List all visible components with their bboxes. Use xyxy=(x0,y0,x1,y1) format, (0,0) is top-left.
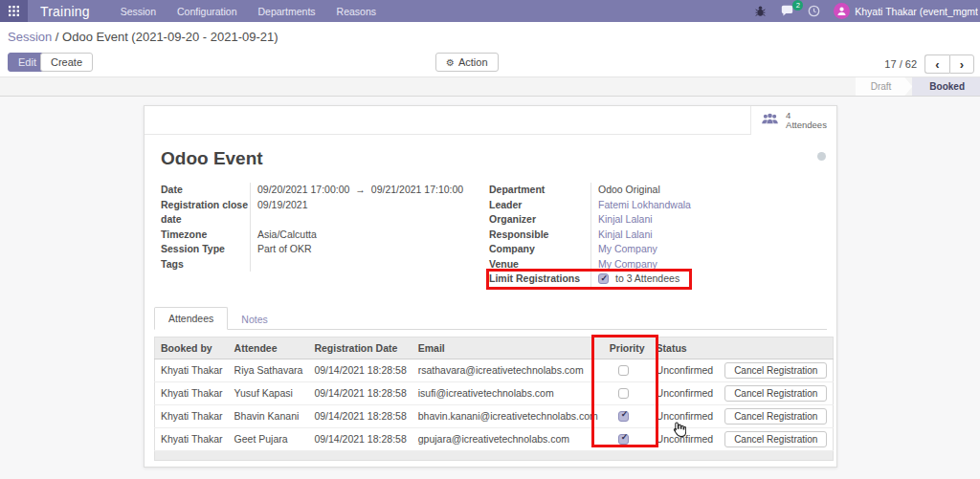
cell-attendee: Yusuf Kapasi xyxy=(229,381,309,404)
field-organizer-label: Organizer xyxy=(489,212,590,228)
field-date: Date 09/20/2021 17:00:00→09/21/2021 17:1… xyxy=(161,183,472,198)
field-venue-value[interactable]: My Company xyxy=(590,257,820,272)
attendees-stat-button[interactable]: 4 Attendees xyxy=(750,106,836,135)
table-filler-row xyxy=(155,450,834,460)
messages-icon[interactable]: 2 xyxy=(780,5,794,17)
apps-grid-icon xyxy=(9,3,19,20)
cell-booked-by: Khyati Thakar xyxy=(155,427,229,450)
field-company: Company My Company xyxy=(489,242,820,257)
top-navbar: Training Session Configuration Departmen… xyxy=(0,0,980,22)
field-date-label: Date xyxy=(161,183,250,198)
field-limit-registrations-value: to 3 Attendees xyxy=(590,272,679,287)
col-header-status[interactable]: Status xyxy=(651,337,720,359)
cell-booked-by: Khyati Thakar xyxy=(155,404,229,427)
col-header-registration-date[interactable]: Registration Date xyxy=(308,337,412,359)
tab-attendees[interactable]: Attendees xyxy=(154,307,228,330)
field-registration-close-date-value: 09/19/2021 xyxy=(250,198,472,228)
user-name: Khyati Thakar (event_mgmt xyxy=(855,6,978,17)
cell-attendee: Riya Sathavara xyxy=(229,359,309,381)
menu-reasons[interactable]: Reasons xyxy=(337,6,376,17)
cancel-registration-button[interactable]: Cancel Registration xyxy=(724,408,827,425)
table-row[interactable]: Khyati Thakar Bhavin Kanani 09/14/2021 1… xyxy=(155,404,834,427)
col-header-actions xyxy=(719,337,834,359)
cell-registration-date: 09/14/2021 18:28:58 xyxy=(308,359,412,381)
cell-attendee: Bhavin Kanani xyxy=(229,404,309,427)
breadcrumb-current: Odoo Event (2021-09-20 - 2021-09-21) xyxy=(62,30,278,44)
field-groups: Date 09/20/2021 17:00:00→09/21/2021 17:1… xyxy=(161,183,820,287)
priority-checkbox[interactable] xyxy=(618,365,629,376)
col-header-email[interactable]: Email xyxy=(412,337,604,359)
breadcrumb-session-link[interactable]: Session xyxy=(8,30,52,44)
user-menu[interactable]: Khyati Thakar (event_mgmt xyxy=(834,3,978,19)
field-registration-close-date: Registration close date 09/19/2021 xyxy=(161,198,472,228)
status-step-booked[interactable]: Booked xyxy=(912,77,980,96)
odoo-window: Training Session Configuration Departmen… xyxy=(0,0,980,479)
col-header-attendee[interactable]: Attendee xyxy=(229,337,309,359)
field-session-type-label: Session Type xyxy=(161,242,250,257)
field-limit-registrations-label: Limit Registrations xyxy=(489,272,590,287)
attendees-stat-label: Attendees xyxy=(786,120,827,130)
field-department: Department Odoo Original xyxy=(489,183,820,198)
cancel-registration-button[interactable]: Cancel Registration xyxy=(724,431,827,447)
cell-registration-date: 09/14/2021 18:28:58 xyxy=(308,381,412,404)
table-row[interactable]: Khyati Thakar Yusuf Kapasi 09/14/2021 18… xyxy=(155,381,834,404)
pager-count: 17 / 62 xyxy=(884,58,917,70)
form-button-box: 4 Attendees xyxy=(145,106,836,135)
cell-status: Unconfirmed xyxy=(651,381,720,404)
create-button[interactable]: Create xyxy=(40,53,93,72)
field-department-label: Department xyxy=(489,183,590,198)
field-leader: Leader Fatemi Lokhandwala xyxy=(489,198,820,213)
cancel-registration-button[interactable]: Cancel Registration xyxy=(724,362,827,379)
action-button[interactable]: ⚙ Action xyxy=(435,53,499,72)
cell-email: rsathavara@icreativetechnolabs.com xyxy=(412,359,604,381)
col-header-booked-by[interactable]: Booked by xyxy=(155,337,229,359)
field-venue-label: Venue xyxy=(489,257,590,272)
limit-registrations-checkbox[interactable] xyxy=(598,273,609,284)
pager-next-button[interactable]: › xyxy=(949,54,974,74)
field-organizer-value[interactable]: Kinjal Lalani xyxy=(590,212,820,228)
table-row[interactable]: Khyati Thakar Geet Pujara 09/14/2021 18:… xyxy=(155,427,834,450)
field-session-type: Session Type Part of OKR xyxy=(161,242,472,257)
breadcrumb-separator: / xyxy=(52,30,62,44)
field-responsible-value[interactable]: Kinjal Lalani xyxy=(590,228,820,243)
cancel-registration-button[interactable]: Cancel Registration xyxy=(724,385,827,402)
field-leader-value[interactable]: Fatemi Lokhandwala xyxy=(590,198,820,213)
cell-status: Unconfirmed xyxy=(651,427,720,450)
apps-menu-button[interactable] xyxy=(0,0,28,22)
form-sheet: Odoo Event Date 09/20/2021 17:00:00→09/2… xyxy=(145,148,836,461)
activities-clock-icon[interactable] xyxy=(808,5,820,17)
cell-email: bhavin.kanani@icreativetechnolabs.com xyxy=(412,404,604,427)
priority-checkbox[interactable] xyxy=(618,434,629,445)
field-tags: Tags xyxy=(161,257,472,272)
field-tags-value[interactable] xyxy=(250,257,472,272)
col-header-priority[interactable]: Priority xyxy=(604,337,651,359)
field-timezone-value: Asia/Calcutta xyxy=(250,228,472,243)
field-tags-label: Tags xyxy=(161,257,250,272)
notebook-tabs: Attendees Notes xyxy=(154,307,827,330)
attendees-table-wrap: Booked by Attendee Registration Date Ema… xyxy=(154,337,827,461)
user-avatar xyxy=(834,3,850,19)
cell-attendee: Geet Pujara xyxy=(229,427,309,450)
cell-email: isufi@icreativetechnolabs.com xyxy=(412,381,604,404)
tab-notes[interactable]: Notes xyxy=(228,309,280,330)
field-timezone: Timezone Asia/Calcutta xyxy=(161,228,472,243)
attendees-group-icon xyxy=(761,112,779,129)
debug-bug-icon[interactable] xyxy=(754,5,767,17)
content-area: 4 Attendees Odoo Event Date 09/20/2021 1… xyxy=(0,97,980,479)
pager-previous-button[interactable]: ‹ xyxy=(924,54,949,74)
messages-badge: 2 xyxy=(792,0,803,11)
status-step-draft[interactable]: Draft xyxy=(856,77,913,96)
field-company-value[interactable]: My Company xyxy=(590,242,820,257)
navbar-right: 2 Khyati Thakar (event_mgmt xyxy=(754,3,980,19)
field-responsible: Responsible Kinjal Lalani xyxy=(489,228,820,243)
breadcrumb: Session / Odoo Event (2021-09-20 - 2021-… xyxy=(8,30,278,44)
field-group-left: Date 09/20/2021 17:00:00→09/21/2021 17:1… xyxy=(161,183,472,287)
app-name[interactable]: Training xyxy=(40,4,90,19)
priority-checkbox[interactable] xyxy=(618,388,629,399)
priority-checkbox[interactable] xyxy=(618,411,629,422)
field-date-value: 09/20/2021 17:00:00→09/21/2021 17:10:00 xyxy=(250,183,472,198)
menu-departments[interactable]: Departments xyxy=(258,6,316,17)
menu-session[interactable]: Session xyxy=(121,6,156,17)
table-row[interactable]: Khyati Thakar Riya Sathavara 09/14/2021 … xyxy=(155,359,834,381)
menu-configuration[interactable]: Configuration xyxy=(177,6,236,17)
